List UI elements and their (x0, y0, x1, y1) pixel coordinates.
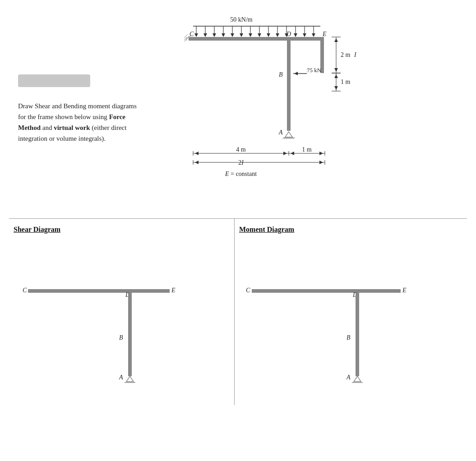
structural-diagram: 50 kN/m (153, 14, 467, 205)
dim-4m: 4 m (236, 146, 246, 153)
svg-line-31 (184, 34, 188, 38)
svg-marker-10 (231, 33, 234, 37)
svg-marker-68 (126, 376, 134, 382)
dim-1m: 1 m (341, 78, 351, 85)
shear-e-label: E (171, 287, 176, 294)
moment-column (356, 293, 359, 376)
svg-marker-20 (276, 33, 279, 37)
svg-marker-44 (294, 72, 298, 75)
shear-svg: C E D B A (14, 240, 230, 394)
svg-marker-14 (249, 33, 252, 37)
svg-marker-18 (267, 33, 270, 37)
description-text: Draw Shear and Bending moment diagrams f… (18, 101, 144, 144)
i-label: I (354, 51, 357, 58)
left-panel: Draw Shear and Bending moment diagrams f… (9, 14, 153, 205)
b-label: B (279, 71, 283, 78)
force-75: 75 kN (307, 67, 322, 74)
svg-marker-56 (195, 152, 199, 155)
svg-marker-36 (334, 38, 338, 42)
dim-2m: 2 m (341, 51, 351, 58)
svg-marker-70 (354, 376, 361, 382)
moment-top-beam (252, 289, 401, 293)
svg-marker-28 (312, 33, 315, 37)
top-beam (193, 37, 320, 41)
e-label: E (322, 31, 327, 37)
load-label: 50 kN/m (230, 16, 253, 23)
svg-marker-60 (291, 152, 294, 155)
moment-c-label: C (246, 287, 250, 294)
svg-marker-42 (334, 86, 338, 90)
column-da (287, 41, 291, 131)
svg-marker-4 (203, 33, 207, 37)
shear-c-label: C (23, 287, 27, 294)
svg-marker-37 (334, 68, 338, 72)
page-container: Draw Shear and Bending moment diagrams f… (0, 0, 476, 461)
svg-marker-61 (319, 152, 323, 155)
svg-marker-12 (240, 33, 243, 37)
svg-marker-41 (334, 74, 338, 78)
moment-panel: Moment Diagram C E D B A (235, 219, 467, 405)
svg-marker-8 (222, 33, 225, 37)
moment-svg: C E D B A (239, 240, 456, 394)
moment-area: C E D B A (239, 240, 462, 398)
a-label: A (278, 129, 283, 136)
shear-area: C E D B A (14, 240, 230, 398)
e-constant: E = constant (225, 171, 257, 177)
pin-support-a (285, 132, 292, 137)
moment-title: Moment Diagram (239, 226, 462, 234)
and2-text: and (42, 124, 52, 131)
svg-rect-67 (166, 289, 170, 293)
shear-b-label: B (119, 334, 123, 341)
top-section: Draw Shear and Bending moment diagrams f… (9, 14, 467, 205)
shear-title: Shear Diagram (14, 226, 230, 234)
d-label-top: D (286, 31, 291, 37)
and-text: and (52, 102, 62, 110)
shear-column (128, 293, 132, 376)
shear-top-beam (28, 289, 168, 293)
svg-marker-66 (319, 161, 323, 164)
moment-e-label: E (402, 287, 407, 294)
svg-marker-16 (258, 33, 261, 37)
structural-svg: 50 kN/m (153, 14, 388, 203)
shear-panel: Shear Diagram C E D B (9, 219, 235, 405)
distributed-load (193, 26, 320, 37)
shear-a-label: A (119, 374, 123, 381)
svg-marker-2 (194, 33, 198, 37)
moment-a-label: A (346, 374, 351, 381)
svg-marker-6 (213, 33, 216, 37)
virtual-work-bold: virtual work (54, 124, 90, 131)
svg-marker-65 (195, 161, 199, 164)
gray-bar (18, 74, 90, 87)
c-label: C (189, 31, 194, 37)
moment-b-label: B (347, 334, 351, 341)
bottom-section: Shear Diagram C E D B (9, 218, 467, 405)
svg-marker-57 (283, 152, 287, 155)
svg-marker-26 (303, 33, 306, 37)
svg-marker-24 (294, 33, 297, 37)
dim-1m-horiz: 1 m (302, 146, 312, 153)
